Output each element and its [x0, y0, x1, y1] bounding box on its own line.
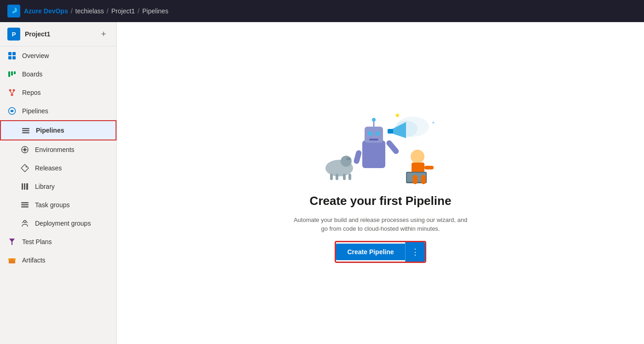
svg-text:★: ★ — [395, 111, 400, 119]
sidebar-item-pipelines-sub[interactable]: Pipelines — [0, 120, 116, 140]
svg-line-29 — [26, 222, 28, 223]
svg-rect-39 — [336, 174, 338, 180]
svg-point-9 — [11, 94, 13, 96]
svg-rect-3 — [12, 56, 16, 59]
sidebar-item-deploymentgroups[interactable]: Deployment groups — [0, 214, 116, 233]
svg-rect-13 — [22, 128, 29, 129]
sidebar-item-releases[interactable]: Releases — [0, 159, 116, 177]
svg-point-27 — [24, 221, 26, 223]
svg-rect-4 — [8, 71, 10, 77]
main-layout: P Project1 + Overview — [0, 22, 644, 344]
svg-rect-25 — [21, 204, 29, 206]
svg-rect-38 — [330, 174, 333, 180]
sidebar-item-releases-label: Releases — [35, 164, 62, 172]
svg-rect-47 — [385, 139, 400, 155]
sidebar-item-taskgroups[interactable]: Task groups — [0, 196, 116, 214]
svg-rect-40 — [343, 174, 346, 180]
azure-devops-logo — [7, 5, 20, 17]
deploymentgroups-icon — [20, 219, 29, 228]
sidebar-item-library[interactable]: Library — [0, 177, 116, 196]
sidebar-item-pipelines-parent[interactable]: Pipelines — [0, 102, 116, 120]
pipelines-parent-icon — [7, 106, 17, 116]
svg-rect-21 — [22, 183, 23, 190]
svg-point-44 — [368, 131, 372, 136]
breadcrumb: Azure DevOps / techielass / Project1 / P… — [24, 7, 168, 15]
sidebar-item-overview[interactable]: Overview — [0, 47, 116, 65]
svg-line-11 — [12, 92, 14, 94]
more-options-button[interactable]: ⋮ — [405, 242, 425, 262]
action-row: Create Pipeline ⋮ — [335, 241, 426, 263]
svg-point-52 — [411, 150, 424, 163]
svg-rect-26 — [21, 206, 29, 208]
svg-rect-46 — [369, 139, 378, 140]
svg-rect-1 — [12, 52, 16, 55]
svg-line-28 — [22, 222, 23, 223]
svg-rect-15 — [22, 132, 29, 134]
sidebar-item-environments-label: Environments — [35, 146, 75, 153]
svg-text:✦: ✦ — [431, 120, 435, 125]
svg-line-10 — [10, 92, 12, 94]
environments-icon — [20, 145, 29, 154]
illustration: ★ ✦ — [321, 104, 441, 187]
org-name[interactable]: techielass — [75, 7, 104, 15]
svg-point-8 — [13, 89, 15, 92]
sidebar-item-repos[interactable]: Repos — [0, 83, 116, 102]
svg-rect-22 — [24, 183, 25, 190]
svg-rect-24 — [21, 202, 29, 204]
sidebar-item-boards[interactable]: Boards — [0, 65, 116, 83]
brand-name[interactable]: Azure DevOps — [24, 7, 68, 15]
empty-state-subtitle: Automate your build and release processe… — [293, 216, 468, 233]
svg-point-45 — [375, 131, 380, 136]
svg-rect-56 — [424, 166, 434, 169]
taskgroups-icon — [20, 200, 29, 210]
releases-icon — [20, 163, 29, 173]
sidebar-item-overview-label: Overview — [22, 52, 49, 59]
svg-point-36 — [341, 156, 352, 167]
sidebar-header: P Project1 + — [0, 22, 116, 47]
sidebar-item-testplans[interactable]: Test Plans — [0, 233, 116, 251]
svg-point-7 — [9, 89, 12, 92]
sidebar-item-environments[interactable]: Environments — [0, 140, 116, 159]
sidebar-item-repos-label: Repos — [22, 89, 41, 96]
project-link[interactable]: Project1 — [111, 7, 135, 15]
sidebar-item-artifacts[interactable]: Artifacts — [0, 251, 116, 269]
svg-rect-14 — [22, 130, 29, 132]
pipelines-sub-icon — [21, 126, 30, 135]
svg-rect-0 — [8, 52, 12, 55]
add-project-button[interactable]: + — [98, 29, 109, 40]
topbar: Azure DevOps / techielass / Project1 / P… — [0, 0, 644, 22]
svg-point-50 — [372, 118, 376, 122]
sidebar: P Project1 + Overview — [0, 22, 117, 344]
project-avatar: P — [7, 28, 20, 41]
svg-rect-6 — [14, 71, 16, 74]
repos-icon — [7, 88, 17, 97]
content-area: ★ ✦ Create your first Pipeline Automate … — [117, 22, 644, 344]
current-page: Pipelines — [142, 7, 168, 15]
svg-rect-23 — [26, 183, 28, 190]
svg-rect-57 — [413, 175, 418, 184]
artifacts-icon — [7, 256, 17, 265]
project-name: Project1 — [25, 30, 93, 38]
svg-rect-5 — [11, 71, 13, 76]
sidebar-item-testplans-label: Test Plans — [22, 238, 52, 245]
empty-state-title: Create your first Pipeline — [310, 194, 452, 208]
empty-state: ★ ✦ Create your first Pipeline Automate … — [293, 104, 468, 263]
sidebar-item-pipelines-sub-label: Pipelines — [36, 127, 64, 134]
create-pipeline-button[interactable]: Create Pipeline — [336, 244, 405, 260]
sidebar-item-boards-label: Boards — [22, 70, 42, 78]
sidebar-item-pipelines-parent-label: Pipelines — [22, 107, 48, 115]
sidebar-item-taskgroups-label: Task groups — [35, 201, 70, 209]
svg-rect-42 — [362, 140, 385, 168]
sidebar-item-artifacts-label: Artifacts — [22, 257, 46, 264]
testplans-icon — [7, 237, 17, 246]
svg-rect-41 — [348, 174, 351, 180]
svg-rect-32 — [11, 258, 13, 260]
svg-point-20 — [26, 166, 27, 168]
boards-icon — [7, 70, 17, 79]
sidebar-item-deploymentgroups-label: Deployment groups — [35, 220, 91, 227]
svg-rect-58 — [421, 175, 426, 184]
svg-rect-2 — [8, 56, 12, 59]
overview-icon — [7, 51, 17, 60]
svg-point-37 — [346, 157, 351, 160]
sidebar-item-library-label: Library — [35, 183, 55, 190]
